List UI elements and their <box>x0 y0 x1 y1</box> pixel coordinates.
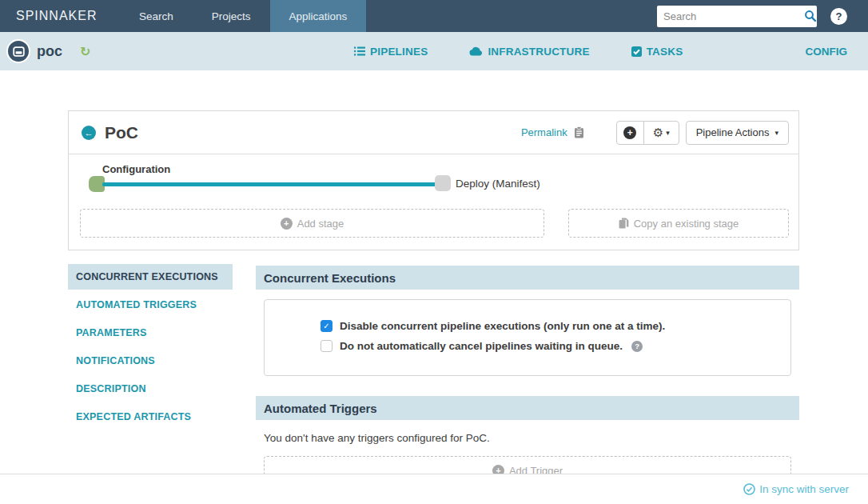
app-tabs: PIPELINES INFRASTRUCTURE TASKS <box>232 46 806 58</box>
stage-label-configuration: Configuration <box>102 163 170 175</box>
stage-label-deploy: Deploy (Manifest) <box>456 178 540 190</box>
stage-node-deploy[interactable] <box>435 175 451 191</box>
tab-pipelines-label: PIPELINES <box>370 46 428 58</box>
no-cancel-queue-row: Do not automatically cancel pipelines wa… <box>321 340 790 352</box>
add-stage-button[interactable]: + Add stage <box>80 209 544 238</box>
triggers-empty-message: You don't have any triggers configured f… <box>264 432 490 444</box>
pipeline-header-actions: Permalink + ⚙ ▾ <box>521 121 789 145</box>
config-sections: Concurrent Executions ✓ Disable concurre… <box>256 266 799 290</box>
nav-item-search[interactable]: Search <box>120 0 193 32</box>
sidebar-item-concurrent-executions[interactable]: CONCURRENT EXECUTIONS <box>68 264 233 290</box>
copy-existing-stage-button[interactable]: Copy an existing stage <box>568 209 789 238</box>
copy-icon <box>619 218 629 229</box>
app-identity: poc ↻ <box>0 39 232 63</box>
sidebar-item-parameters[interactable]: PARAMETERS <box>68 320 233 346</box>
global-search-box[interactable] <box>657 6 817 27</box>
list-icon <box>354 46 365 56</box>
search-input[interactable] <box>663 10 804 22</box>
pipeline-actions-label: Pipeline Actions <box>696 126 770 138</box>
tab-tasks[interactable]: TASKS <box>631 46 683 58</box>
stage-buttons-row: + Add stage Copy an existing stage <box>69 204 798 249</box>
gear-icon: ⚙ <box>653 126 663 140</box>
sync-status-label: In sync with server <box>759 483 849 495</box>
top-nav: SPINNAKER Search Projects Applications ? <box>0 0 868 32</box>
sidebar-item-notifications[interactable]: NOTIFICATIONS <box>68 348 233 374</box>
check-circle-icon <box>743 483 755 495</box>
status-footer: In sync with server <box>0 474 868 504</box>
check-square-icon <box>631 46 642 57</box>
caret-down-icon: ▾ <box>666 129 670 137</box>
plus-circle-icon: + <box>623 126 636 139</box>
sidebar-item-description[interactable]: DESCRIPTION <box>68 376 233 402</box>
permalink-link[interactable]: Permalink <box>521 126 567 138</box>
automated-triggers-header: Automated Triggers <box>256 396 799 420</box>
application-window-icon <box>6 39 30 63</box>
config-link[interactable]: CONFIG <box>806 46 848 58</box>
refresh-icon[interactable]: ↻ <box>80 44 90 59</box>
stage-connector <box>102 182 440 186</box>
app-name: poc <box>37 43 62 60</box>
disable-concurrent-label[interactable]: Disable concurrent pipeline executions (… <box>340 320 665 332</box>
no-cancel-queue-label[interactable]: Do not automatically cancel pipelines wa… <box>340 340 623 352</box>
caret-down-icon: ▾ <box>774 129 778 137</box>
clipboard-icon[interactable] <box>574 126 584 138</box>
concurrent-executions-header: Concurrent Executions <box>256 266 799 290</box>
add-stage-label: Add stage <box>297 218 344 230</box>
concurrent-executions-panel: ✓ Disable concurrent pipeline executions… <box>264 299 791 376</box>
nav-item-projects[interactable]: Projects <box>193 0 270 32</box>
arrow-circle-left-icon[interactable]: ← <box>82 126 96 140</box>
config-sidebar: CONCURRENT EXECUTIONS AUTOMATED TRIGGERS… <box>68 264 233 432</box>
plus-circle-icon: + <box>281 218 293 230</box>
copy-stage-label: Copy an existing stage <box>634 218 739 230</box>
pipeline-stage-graph: Configuration Deploy (Manifest) <box>69 154 798 204</box>
spinnaker-app: SPINNAKER Search Projects Applications ? <box>0 0 868 504</box>
pipeline-title: PoC <box>105 123 138 142</box>
cloud-icon <box>469 46 483 56</box>
sidebar-item-expected-artifacts[interactable]: EXPECTED ARTIFACTS <box>68 404 233 430</box>
application-header: poc ↻ PIPELINES <box>0 32 868 70</box>
no-cancel-queue-checkbox[interactable] <box>321 340 332 352</box>
tab-pipelines[interactable]: PIPELINES <box>354 46 428 58</box>
sync-status[interactable]: In sync with server <box>743 483 849 495</box>
help-icon[interactable]: ? <box>830 8 847 25</box>
pipeline-settings-button[interactable]: ⚙ ▾ <box>643 121 679 145</box>
sidebar-item-automated-triggers[interactable]: AUTOMATED TRIGGERS <box>68 292 233 318</box>
add-stage-quick-button[interactable]: + <box>616 121 644 145</box>
pipeline-actions-button[interactable]: Pipeline Actions ▾ <box>686 121 789 145</box>
magnifier-icon[interactable] <box>804 10 817 22</box>
spinnaker-logo: SPINNAKER <box>0 9 120 23</box>
nav-item-applications[interactable]: Applications <box>270 0 367 32</box>
question-circle-icon[interactable]: ? <box>631 341 643 352</box>
tab-tasks-label: TASKS <box>647 46 683 58</box>
disable-concurrent-checkbox[interactable]: ✓ <box>321 320 332 332</box>
pipeline-config-card: ← PoC Permalink + ⚙ <box>68 110 799 250</box>
tab-infrastructure[interactable]: INFRASTRUCTURE <box>469 46 589 58</box>
disable-concurrent-row: ✓ Disable concurrent pipeline executions… <box>321 320 790 332</box>
pipeline-card-header: ← PoC Permalink + ⚙ <box>69 111 798 154</box>
topnav-right: ? <box>657 6 868 27</box>
tab-infrastructure-label: INFRASTRUCTURE <box>488 46 589 58</box>
